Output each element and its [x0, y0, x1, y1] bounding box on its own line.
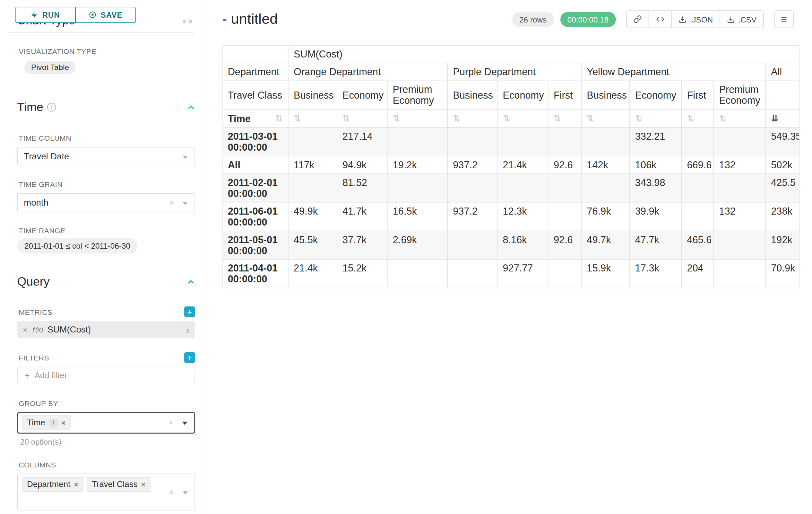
- travel-class-header: Business: [581, 81, 629, 109]
- value-cell: 132: [714, 202, 766, 231]
- run-save-group: RUN SAVE: [15, 7, 136, 23]
- sort-icon[interactable]: ⇅: [294, 114, 301, 124]
- sort-icon[interactable]: ⇅: [343, 114, 350, 124]
- divider: [8, 32, 195, 33]
- sort-icon[interactable]: ⇅: [393, 114, 400, 124]
- dimension-chip[interactable]: Travel Class×: [87, 477, 151, 492]
- metric-item[interactable]: × ƒ(x) SUM(Cost) ›: [17, 321, 195, 338]
- sort-icon[interactable]: ⇅: [635, 114, 642, 124]
- time-range-label: TIME RANGE: [19, 226, 195, 235]
- value-cell: [682, 128, 714, 156]
- run-button[interactable]: RUN: [15, 7, 76, 23]
- travel-class-header: Business: [447, 81, 497, 109]
- chip-label: Department: [27, 480, 70, 489]
- clear-icon[interactable]: ×: [169, 198, 174, 208]
- chevron-up-icon[interactable]: [187, 103, 195, 111]
- sort-cell: ⇊: [765, 109, 799, 128]
- time-range-value[interactable]: 2011-01-01 ≤ col < 2011-06-30: [17, 238, 137, 253]
- value-cell: 937.2: [447, 156, 497, 174]
- value-cell: 142k: [581, 156, 629, 174]
- sort-cell: ⇅: [682, 109, 714, 128]
- sort-icon[interactable]: ⇅: [502, 114, 510, 124]
- column-group-header: Orange Department: [288, 63, 447, 81]
- table-row: 2011-03-01 00:00:00217.14332.21549.35: [223, 128, 800, 156]
- sort-descending-icon[interactable]: ⇊: [771, 114, 778, 124]
- value-cell: 17.3k: [630, 259, 682, 288]
- department-header-row: Department Orange DepartmentPurple Depar…: [223, 63, 800, 81]
- row-header: 2011-05-01 00:00:00: [223, 231, 288, 260]
- chip-label: Time: [27, 418, 45, 427]
- sort-icon[interactable]: ⇅: [587, 114, 594, 124]
- value-cell: [714, 128, 766, 156]
- export-json-button[interactable]: .JSON: [671, 10, 720, 28]
- time-column-select[interactable]: Travel Date: [17, 147, 195, 166]
- value-cell: 92.6: [548, 231, 581, 260]
- time-grain-select[interactable]: month ×: [17, 193, 195, 212]
- value-cell: [288, 174, 337, 202]
- table-row: 2011-02-01 00:00:0081.52343.98425.5: [223, 174, 800, 202]
- clear-icon[interactable]: ×: [169, 418, 173, 427]
- embed-code-button[interactable]: [648, 10, 672, 28]
- travel-class-header: Premium Economy: [714, 81, 766, 109]
- chip-remove-icon[interactable]: ×: [74, 481, 78, 488]
- link-icon: [634, 15, 642, 23]
- visualization-type-label: VISUALIZATION TYPE: [19, 47, 195, 56]
- value-cell: [581, 174, 629, 202]
- chevron-right-icon: ›: [186, 324, 190, 335]
- column-group-header: Purple Department: [447, 63, 581, 81]
- add-filter-button[interactable]: +: [184, 352, 195, 363]
- column-group-header: Yellow Department: [581, 63, 765, 81]
- row-header: 2011-06-01 00:00:00: [223, 202, 288, 231]
- table-row: 2011-05-01 00:00:0045.5k37.7k2.69k8.16k9…: [223, 231, 800, 260]
- value-cell: [548, 202, 581, 231]
- clear-icon[interactable]: ×: [169, 487, 174, 497]
- sort-icon[interactable]: ⇅: [687, 114, 694, 124]
- value-cell: 49.7k: [581, 231, 629, 260]
- value-cell: 217.14: [337, 128, 387, 156]
- visualization-type-value[interactable]: Pivot Table: [24, 61, 76, 74]
- chevron-up-icon[interactable]: [187, 277, 195, 286]
- columns-label: COLUMNS: [19, 461, 195, 469]
- value-cell: [581, 128, 629, 156]
- copy-link-button[interactable]: [626, 10, 649, 28]
- sort-icon[interactable]: ⇅: [453, 114, 460, 124]
- save-button[interactable]: SAVE: [75, 7, 136, 23]
- columns-select[interactable]: Department×Travel Class× ×: [17, 474, 195, 511]
- travel-class-header: Business: [288, 81, 337, 109]
- value-cell: [497, 174, 548, 202]
- sort-cell: ⇅: [447, 109, 497, 128]
- sort-row: Time ⇅ ⇅⇅⇅⇅⇅⇅⇅⇅⇅⇅⇊: [223, 109, 800, 128]
- remove-metric-icon[interactable]: ×: [23, 325, 27, 334]
- value-cell: 92.6: [548, 156, 581, 174]
- value-cell: 2.69k: [387, 231, 448, 260]
- value-cell: 669.6: [682, 156, 714, 174]
- sort-icon[interactable]: ⇅: [276, 113, 283, 124]
- add-filter-dropzone[interactable]: + Add filter: [17, 367, 195, 384]
- caret-down-icon: [183, 156, 188, 159]
- info-icon[interactable]: i: [49, 418, 57, 427]
- value-cell: [714, 259, 766, 288]
- value-cell: [714, 231, 766, 260]
- info-icon[interactable]: i: [48, 103, 56, 111]
- group-by-select[interactable]: Timei× ×: [17, 412, 195, 434]
- dimension-chip[interactable]: Timei×: [22, 415, 70, 430]
- sort-icon[interactable]: ⇅: [554, 114, 561, 124]
- value-cell: 238k: [765, 202, 799, 231]
- metrics-label: METRICS: [19, 308, 52, 316]
- chip-remove-icon[interactable]: ×: [61, 419, 65, 427]
- value-cell: 45.5k: [288, 231, 337, 260]
- download-icon: [678, 16, 686, 23]
- add-metric-button[interactable]: +: [184, 306, 195, 317]
- chip-remove-icon[interactable]: ×: [141, 481, 145, 488]
- value-cell: 927.77: [497, 259, 548, 288]
- value-cell: 8.16k: [497, 231, 548, 260]
- export-csv-button[interactable]: .CSV: [720, 10, 763, 28]
- more-options-button[interactable]: ≡: [774, 10, 794, 28]
- plus-circle-icon: [89, 11, 96, 19]
- chart-title[interactable]: - untitled: [222, 11, 278, 28]
- value-cell: 19.2k: [387, 156, 448, 174]
- travel-class-header: Economy: [630, 81, 682, 109]
- time-section-title: Time: [17, 100, 43, 114]
- dimension-chip[interactable]: Department×: [22, 477, 83, 492]
- sort-icon[interactable]: ⇅: [719, 114, 727, 124]
